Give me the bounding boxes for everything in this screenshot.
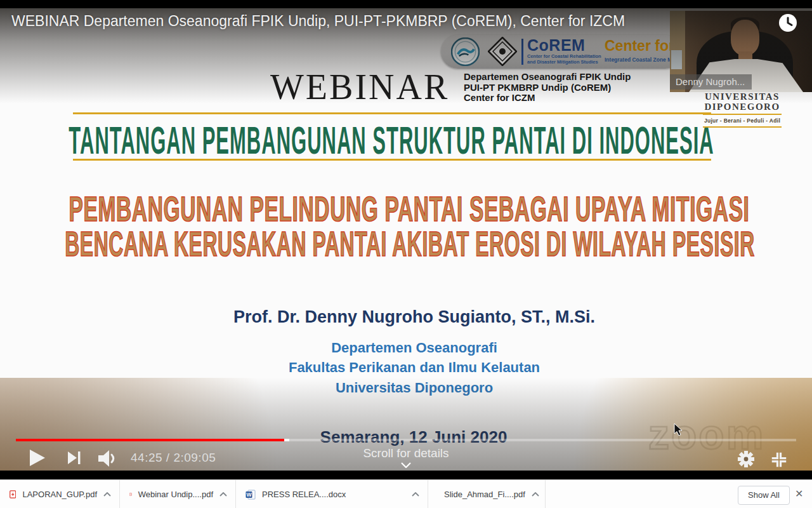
slide-date: Semarang, 12 Juni 2020 <box>320 427 508 447</box>
undip-logo-block: UNIVERSITAS DIPONEGORO Jujur - Berani - … <box>702 91 783 130</box>
mouse-cursor <box>674 423 684 437</box>
corem-logo-title: CoREM <box>527 37 601 53</box>
slide-webinar-word: WEBINAR <box>270 67 449 107</box>
chevron-down-icon[interactable] <box>401 462 411 468</box>
download-menu-chevron[interactable] <box>412 492 419 497</box>
download-item[interactable]: W PRESS RELEA....docx <box>236 480 428 508</box>
next-button[interactable] <box>68 451 82 464</box>
organizer-line-1: Departemen Oseanografi FPIK Undip <box>464 72 631 83</box>
progress-fill <box>16 439 284 441</box>
webcam-participant-name: Denny Nugroh... <box>670 74 752 90</box>
undip-gold-rule-bottom <box>703 126 782 128</box>
watch-later-clock-icon[interactable] <box>778 13 798 33</box>
speaker-affiliation-2: Fakultas Perikanan dan Ilmu Kelautan <box>289 359 540 376</box>
download-item[interactable]: Slide_Ahmad_Fi....pdf <box>428 480 546 508</box>
slide-main-title: TANTANGAN PEMBANGUNAN STRUKTUR PANTAI DI… <box>69 117 714 163</box>
undip-gold-rule-top <box>703 114 782 115</box>
speaker-affiliation-3: Universitas Diponegoro <box>336 380 493 396</box>
download-item[interactable]: LAPORAN_GUP.pdf <box>0 480 120 508</box>
webcam-background-patch <box>671 50 682 69</box>
time-display: 44:25 / 2:09:05 <box>131 451 216 465</box>
close-downloads-bar-icon[interactable]: ✕ <box>795 488 803 500</box>
organizer-line-3: Center for ICZM <box>464 93 631 104</box>
undip-motto: Jujur - Berani - Peduli - Adil <box>702 117 783 124</box>
pdf-file-icon <box>10 489 16 500</box>
download-file-name: Slide_Ahmad_Fi....pdf <box>444 490 525 499</box>
slide-logo-strip: CoREM Center for Coastal Rehabilitation … <box>441 35 682 69</box>
corem-logo: CoREM Center for Coastal Rehabilitation … <box>527 37 601 65</box>
youtube-player-window: CoREM Center for Coastal Rehabilitation … <box>0 0 812 508</box>
show-all-downloads-button[interactable]: Show All <box>738 486 790 505</box>
volume-button[interactable] <box>98 450 117 467</box>
play-button[interactable] <box>29 449 46 467</box>
download-file-name: LAPORAN_GUP.pdf <box>22 490 97 499</box>
progress-bar[interactable] <box>16 439 796 441</box>
downloads-bar: LAPORAN_GUP.pdf Webinar Undip....pdf W P… <box>0 479 812 508</box>
download-file-name: Webinar Undip....pdf <box>138 490 213 499</box>
speaker-name: Prof. Dr. Denny Nugroho Sugianto, ST., M… <box>233 307 595 327</box>
undip-logo-line-2: DIPONEGORO <box>702 102 783 112</box>
download-menu-chevron[interactable] <box>103 492 111 497</box>
word-file-icon: W <box>246 490 256 500</box>
corem-logo-subtitle-1: Center for Coastal Rehabilitation <box>527 53 601 59</box>
undip-logo-line-1: UNIVERSITAS <box>702 91 783 102</box>
gold-rule-bottom <box>73 159 711 161</box>
download-menu-chevron[interactable] <box>532 492 539 497</box>
corem-logo-subtitle-2: and Disaster Mitigation Studies <box>527 59 601 65</box>
gold-rule-top <box>73 112 711 114</box>
download-item[interactable]: Webinar Undip....pdf <box>120 480 236 508</box>
settings-gear-icon[interactable] <box>737 450 755 468</box>
download-menu-chevron[interactable] <box>219 492 227 497</box>
miniplayer-collapse-icon[interactable] <box>769 450 789 469</box>
speaker-affiliation-1: Departemen Oseanografi <box>331 340 497 356</box>
logo-divider <box>521 39 523 65</box>
webcam-person-head <box>731 20 759 55</box>
video-title[interactable]: WEBINAR Departemen Oseanografi FPIK Undi… <box>11 13 625 30</box>
svg-text:W: W <box>246 491 252 498</box>
pdf-file-icon <box>129 489 132 500</box>
organizer-line-2: PUI-PT PKMBRP Undip (CoREM) <box>464 83 631 93</box>
download-file-name: PRESS RELEA....docx <box>262 490 346 499</box>
slide-organizer-lines: Departemen Oseanografi FPIK Undip PUI-PT… <box>464 72 631 104</box>
scroll-for-details-label: Scroll for details <box>363 446 449 460</box>
oceanography-wave-logo-icon <box>451 37 480 66</box>
slide-subtitle-line-2: BENCANA KERUSAKAN PANTAI AKIBAT EROSI DI… <box>65 224 755 264</box>
undip-diamond-logo-icon <box>488 37 517 66</box>
